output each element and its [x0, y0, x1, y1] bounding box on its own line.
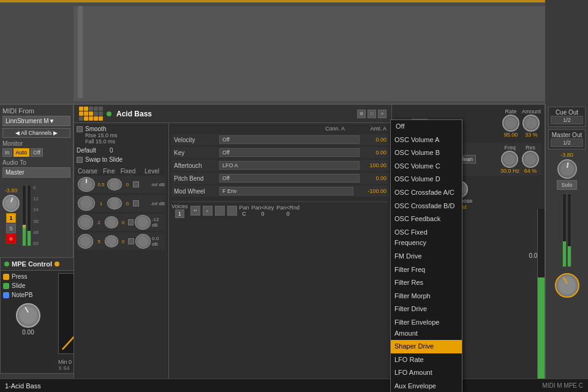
dropdown-item-off[interactable]: Off [391, 120, 462, 134]
mod-aftertouch-amt: 100.00 [362, 162, 386, 168]
right-meter-fill [538, 277, 545, 380]
mpe-knob[interactable] [16, 303, 40, 328]
track-controls: 1 S [6, 213, 16, 244]
antialiase-btn[interactable] [215, 206, 225, 216]
fixed-check-1[interactable] [133, 181, 139, 187]
audio-to-select[interactable]: Master [2, 167, 70, 178]
dropdown-item-osc-vol-d[interactable]: OSC Volume D [391, 173, 462, 186]
solo-button[interactable]: Solo [557, 180, 576, 190]
voices-val[interactable]: 1 [175, 209, 184, 218]
fine-knob-3[interactable] [105, 216, 118, 228]
inst-close-btn[interactable]: × [378, 110, 386, 118]
dot-8 [89, 111, 93, 116]
record-btn[interactable] [6, 234, 16, 244]
master-out-select[interactable]: 1/2 [551, 138, 583, 147]
antialiase-btn2[interactable] [227, 206, 237, 216]
cue-out-box: Cue Out 1/2 [548, 107, 586, 127]
mod-modwheel-dest[interactable]: F Env [219, 187, 353, 195]
midi-device-select[interactable]: LinnStrument M▼ [2, 116, 70, 126]
meter-left-yellow [23, 225, 26, 228]
amount-knob[interactable] [522, 115, 540, 132]
dropdown-item-osc-vol-a[interactable]: OSC Volume A [391, 134, 462, 147]
midi-from-section: MIDI From LinnStrument M▼ ◀ All Channels… [0, 105, 73, 180]
dropdown-item-osc-fixed-freq[interactable]: OSC Fixed Frequency [391, 226, 462, 250]
dropdown-item-osc-xfade-ac[interactable]: OSC Crossfade A/C [391, 186, 462, 200]
fixed-check-2[interactable] [133, 200, 139, 206]
pan-group: Pan C [239, 205, 249, 217]
mod-key-dest[interactable]: Off [219, 148, 360, 157]
fixed-check-3[interactable] [128, 219, 134, 225]
all-channels-btn[interactable]: ◀ All Channels ▶ [2, 128, 70, 138]
coarse-knob-2[interactable] [78, 196, 95, 211]
monitor-off-btn[interactable]: Off [31, 148, 43, 157]
master-out-label: Master Out [551, 132, 583, 138]
dropdown-item-aux-env-amt[interactable]: Aux Envelope Amount [391, 380, 462, 392]
master-knob[interactable] [557, 159, 577, 179]
rtg-btn[interactable]: ↩ [190, 206, 200, 216]
amount-label: Amount [522, 108, 541, 115]
rate-knob[interactable] [502, 115, 519, 132]
dropdown-item-filter-morph[interactable]: Filter Morph [391, 290, 462, 303]
fine-knob-4[interactable] [105, 235, 118, 247]
res-knob[interactable] [522, 151, 539, 168]
dropdown-item-osc-xfade-bd[interactable]: OSC Crossfade B/D [391, 200, 462, 213]
dropdown-item-fm-drive[interactable]: FM Drive [391, 250, 462, 263]
dropdown-item-lfo-amount[interactable]: LFO Amount [391, 366, 462, 380]
waveform-area [0, 0, 545, 104]
mod-velocity-dest[interactable]: Off [219, 135, 360, 144]
rate-group: Rate 95.00 [502, 108, 519, 138]
master-knob-mark [567, 162, 569, 168]
inst-settings-btn[interactable]: ⚙ [357, 110, 366, 118]
volume-knob[interactable] [2, 195, 20, 212]
dropdown-item-filter-env-amt[interactable]: Filter Envelope Amount [391, 316, 462, 340]
vertical-scrollbar[interactable] [78, 6, 83, 98]
level-knob-3[interactable] [135, 215, 150, 230]
default-row: Default 0 [77, 147, 166, 154]
right-panel: Cue Out 1/2 Master Out 1/2 -3.80 Solo [545, 104, 588, 380]
dot-1 [79, 107, 83, 111]
coarse-knob-1[interactable] [78, 177, 95, 192]
mpe-x-coord: X 64 [58, 365, 70, 371]
monitor-auto-btn[interactable]: Auto [13, 148, 30, 157]
coarse-knob-4[interactable] [78, 234, 93, 249]
fine-knob-1[interactable] [107, 178, 122, 190]
dropdown-item-shaper-drive[interactable]: Shaper Drive [391, 340, 462, 353]
monitor-in-btn[interactable]: In [2, 148, 12, 157]
monitor-label: Monitor [2, 140, 70, 147]
cue-out-label: Cue Out [551, 109, 583, 116]
dropdown-item-osc-feedback[interactable]: OSC Feedback [391, 213, 462, 226]
dropdown-item-osc-vol-b[interactable]: OSC Volume B [391, 146, 462, 160]
master-meter-l [562, 194, 567, 267]
midi-info: MIDI M MPE C [542, 382, 583, 389]
level-header: Level [138, 168, 166, 175]
smooth-checkbox[interactable] [77, 126, 83, 132]
mod-pitchbend-dest[interactable]: Off [219, 174, 360, 183]
freq-knob[interactable] [501, 151, 518, 168]
master-big-knob-mark [563, 277, 568, 284]
dropdown-item-osc-vol-c[interactable]: OSC Volume C [391, 160, 462, 173]
osc-row-4: 5 0 0.0 dB [77, 233, 166, 250]
track-number-btn[interactable]: 1 [6, 213, 16, 223]
solo-btn[interactable]: S [6, 224, 16, 233]
dropdown-item-filter-drive[interactable]: Filter Drive [391, 303, 462, 316]
fixed-check-4[interactable] [128, 238, 134, 244]
res-label: Res [526, 145, 535, 151]
master-big-knob[interactable] [555, 273, 579, 298]
rate-label: Rate [505, 108, 516, 115]
dot-14 [94, 116, 98, 121]
mod-aftertouch-dest[interactable]: LFO A [219, 161, 360, 170]
coarse-val-3: 2 [94, 220, 103, 225]
swap-checkbox[interactable] [77, 157, 83, 163]
dropdown-item-filter-freq[interactable]: Filter Freq [391, 263, 462, 277]
db-scale: 0 12 24 36 48 60 [32, 185, 40, 246]
level-knob-4[interactable] [135, 234, 151, 249]
coarse-knob-3[interactable] [78, 215, 93, 230]
fine-knob-2[interactable] [107, 197, 122, 209]
cue-out-select[interactable]: 1/2 [551, 116, 583, 124]
mpe-notepb-color [3, 292, 9, 298]
interpol-btn[interactable]: ≈ [203, 206, 213, 216]
dropdown-item-filter-res[interactable]: Filter Res [391, 276, 462, 290]
dropdown-item-lfo-rate[interactable]: LFO Rate [391, 353, 462, 367]
mpe-value-display: 0.00 [22, 329, 34, 336]
inst-expand-btn[interactable]: □ [368, 110, 376, 118]
